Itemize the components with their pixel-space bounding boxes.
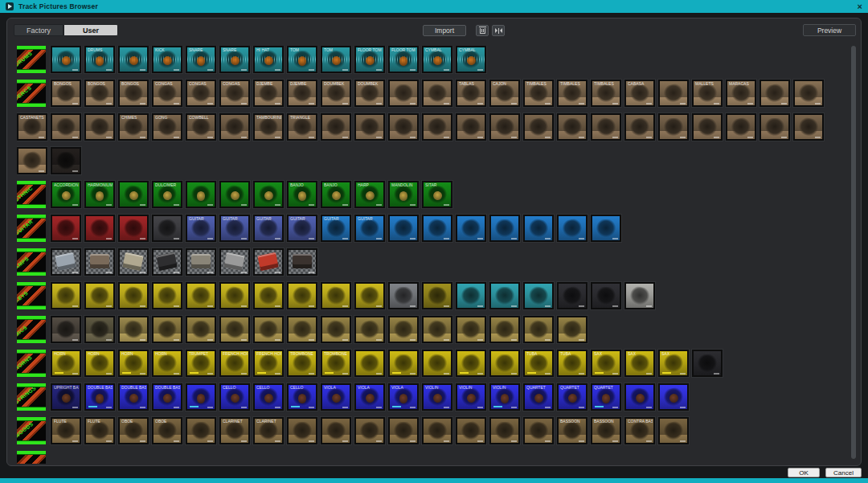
picture-thumbnail[interactable] bbox=[489, 350, 520, 377]
picture-thumbnail[interactable] bbox=[422, 417, 452, 444]
picture-thumbnail[interactable]: CLARINET bbox=[219, 417, 250, 444]
picture-thumbnail[interactable] bbox=[186, 248, 216, 276]
vertical-scrollbar[interactable] bbox=[851, 46, 856, 459]
category-placard-woods[interactable]: WOODS bbox=[17, 417, 46, 444]
picture-thumbnail[interactable]: FRENCH HORN bbox=[219, 350, 250, 377]
picture-thumbnail[interactable]: TUBA bbox=[557, 350, 588, 377]
picture-thumbnail[interactable]: CELLO bbox=[219, 383, 250, 411]
picture-thumbnail[interactable] bbox=[152, 316, 182, 343]
picture-thumbnail[interactable] bbox=[591, 113, 621, 141]
picture-thumbnail[interactable] bbox=[118, 46, 149, 73]
picture-thumbnail[interactable] bbox=[624, 282, 655, 309]
picture-thumbnail[interactable] bbox=[84, 113, 115, 141]
picture-thumbnail[interactable] bbox=[489, 316, 520, 343]
picture-thumbnail[interactable]: CAJON bbox=[489, 80, 520, 107]
picture-thumbnail[interactable] bbox=[186, 282, 216, 309]
picture-thumbnail[interactable]: TABLAS bbox=[456, 80, 486, 107]
picture-thumbnail[interactable]: FLOOR TOM bbox=[354, 46, 385, 73]
picture-thumbnail[interactable]: VIOLA bbox=[388, 383, 419, 411]
picture-thumbnail[interactable]: TRUMPET bbox=[186, 350, 216, 377]
picture-thumbnail[interactable]: DOUBLE BASS bbox=[84, 383, 115, 411]
picture-thumbnail[interactable]: GUITAR bbox=[321, 215, 351, 242]
picture-thumbnail[interactable] bbox=[422, 113, 452, 141]
picture-thumbnail[interactable]: DULCIMER bbox=[152, 181, 182, 208]
picture-thumbnail[interactable] bbox=[523, 113, 554, 141]
picture-thumbnail[interactable]: CELLO bbox=[253, 383, 284, 411]
picture-thumbnail[interactable] bbox=[287, 248, 317, 276]
picture-thumbnail[interactable] bbox=[523, 316, 554, 343]
picture-thumbnail[interactable] bbox=[118, 248, 149, 276]
category-placard-horns[interactable]: HORNS bbox=[17, 350, 46, 377]
picture-thumbnail[interactable]: HORN bbox=[118, 350, 149, 377]
picture-thumbnail[interactable]: DOUBLE BASS bbox=[152, 383, 182, 411]
picture-thumbnail[interactable] bbox=[51, 248, 81, 276]
picture-thumbnail[interactable] bbox=[84, 248, 115, 276]
picture-thumbnail[interactable] bbox=[219, 248, 250, 276]
picture-thumbnail[interactable]: SAX bbox=[658, 350, 689, 377]
picture-thumbnail[interactable] bbox=[17, 147, 47, 174]
picture-thumbnail[interactable] bbox=[624, 113, 655, 141]
picture-thumbnail[interactable]: MALLETS bbox=[692, 80, 723, 107]
picture-thumbnail[interactable]: BANJO bbox=[287, 181, 317, 208]
picture-thumbnail[interactable]: TIMBALES bbox=[591, 80, 621, 107]
picture-thumbnail[interactable]: OBOE bbox=[152, 417, 182, 444]
picture-thumbnail[interactable] bbox=[523, 282, 554, 309]
picture-thumbnail[interactable] bbox=[422, 282, 452, 309]
picture-thumbnail[interactable]: TUBA bbox=[523, 350, 554, 377]
picture-thumbnail[interactable] bbox=[557, 113, 588, 141]
picture-thumbnail[interactable]: MANDOLIN bbox=[388, 181, 419, 208]
picture-thumbnail[interactable] bbox=[760, 113, 790, 141]
picture-thumbnail[interactable] bbox=[388, 417, 419, 444]
picture-thumbnail[interactable]: BONGOS bbox=[51, 80, 81, 107]
picture-thumbnail[interactable]: BANJO bbox=[321, 181, 351, 208]
category-placard-percs[interactable]: PERCS bbox=[17, 80, 46, 107]
picture-thumbnail[interactable] bbox=[726, 113, 756, 141]
picture-thumbnail[interactable] bbox=[489, 215, 520, 242]
picture-thumbnail[interactable] bbox=[354, 282, 385, 309]
ok-button[interactable]: OK bbox=[788, 468, 820, 477]
picture-thumbnail[interactable]: TIMBALES bbox=[557, 80, 588, 107]
picture-thumbnail[interactable] bbox=[624, 383, 655, 411]
picture-thumbnail[interactable]: HARMONIUM bbox=[84, 181, 115, 208]
picture-thumbnail[interactable]: CASTANETS bbox=[17, 113, 47, 141]
picture-thumbnail[interactable]: BASSOON bbox=[591, 417, 621, 444]
picture-thumbnail[interactable] bbox=[456, 282, 486, 309]
picture-thumbnail[interactable] bbox=[591, 282, 621, 309]
picture-thumbnail[interactable]: CABASA bbox=[624, 80, 655, 107]
picture-thumbnail[interactable]: TIMBALES bbox=[523, 80, 554, 107]
picture-thumbnail[interactable] bbox=[388, 215, 419, 242]
picture-thumbnail[interactable] bbox=[354, 350, 385, 377]
category-placard-guitar[interactable]: GUITAR bbox=[17, 215, 46, 242]
picture-thumbnail[interactable] bbox=[557, 316, 588, 343]
picture-thumbnail[interactable]: BONGOS bbox=[118, 80, 149, 107]
picture-thumbnail[interactable]: DOUMBEK bbox=[321, 80, 351, 107]
picture-thumbnail[interactable] bbox=[84, 215, 115, 242]
picture-thumbnail[interactable] bbox=[793, 80, 824, 107]
picture-thumbnail[interactable]: TRIANGLE bbox=[287, 113, 317, 141]
import-button[interactable]: Import bbox=[423, 25, 466, 36]
picture-thumbnail[interactable] bbox=[557, 215, 588, 242]
picture-thumbnail[interactable] bbox=[456, 113, 486, 141]
picture-thumbnail[interactable] bbox=[118, 215, 149, 242]
picture-thumbnail[interactable] bbox=[321, 316, 351, 343]
picture-thumbnail[interactable] bbox=[118, 316, 149, 343]
picture-thumbnail[interactable]: CYMBAL bbox=[422, 46, 452, 73]
picture-thumbnail[interactable]: BASSOON bbox=[557, 417, 588, 444]
picture-thumbnail[interactable] bbox=[152, 282, 182, 309]
picture-thumbnail[interactable] bbox=[692, 113, 723, 141]
picture-thumbnail[interactable]: HORN bbox=[51, 350, 81, 377]
picture-thumbnail[interactable]: VIOLIN bbox=[422, 383, 452, 411]
category-placard-next-category-partial[interactable] bbox=[17, 451, 46, 464]
picture-thumbnail[interactable]: HARP bbox=[354, 181, 385, 208]
scrollbar-thumb[interactable] bbox=[851, 46, 856, 459]
picture-thumbnail[interactable] bbox=[422, 80, 452, 107]
picture-thumbnail[interactable] bbox=[523, 417, 554, 444]
picture-thumbnail[interactable] bbox=[591, 215, 621, 242]
picture-thumbnail[interactable]: VIOLA bbox=[354, 383, 385, 411]
picture-thumbnail[interactable] bbox=[388, 282, 419, 309]
picture-thumbnail[interactable] bbox=[557, 282, 588, 309]
picture-thumbnail[interactable]: CHIMES bbox=[118, 113, 149, 141]
picture-thumbnail[interactable] bbox=[489, 282, 520, 309]
delete-picture-button[interactable] bbox=[476, 25, 489, 36]
category-placard-drums[interactable]: DRUMS bbox=[17, 46, 46, 73]
